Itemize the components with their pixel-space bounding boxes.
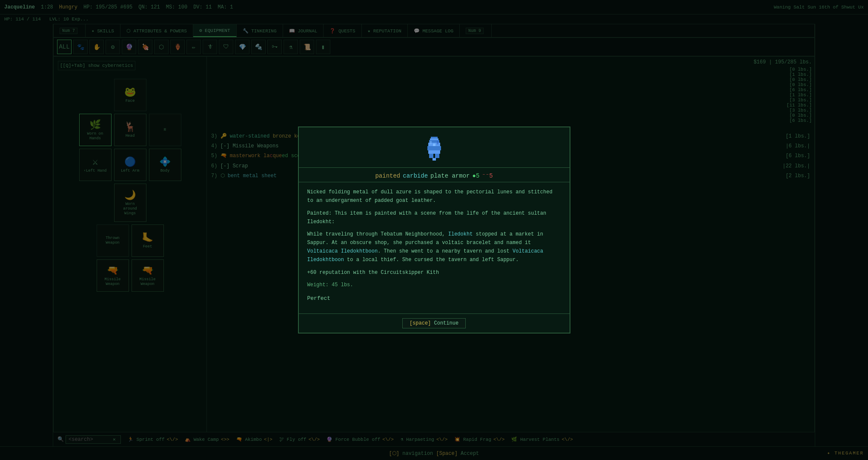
modal-title-plain: plate armor (430, 172, 470, 179)
modal-footer: [space] Continue (299, 313, 570, 333)
modal-painted-text: Painted: This item is painted with a sce… (307, 210, 561, 227)
modal-title-painted: painted (375, 172, 400, 179)
modal-story: While traveling through Tebatum Neighbor… (307, 230, 561, 264)
svg-rect-11 (433, 158, 436, 161)
modal-overlay: painted carbide plate armor ●5 ⁻⁻5 Nicke… (0, 0, 868, 460)
svg-rect-6 (429, 154, 433, 158)
modal-weight: Weight: 45 lbs. (307, 281, 561, 290)
modal-description: Nicked folding metal of dull azure is sh… (307, 188, 561, 205)
svg-rect-0 (431, 137, 438, 138)
svg-rect-9 (430, 141, 432, 144)
svg-rect-4 (427, 146, 441, 150)
modal-title-plus: ●5 (472, 172, 479, 179)
modal-sprite-area (299, 127, 570, 167)
modal-quality: Perfect (307, 294, 561, 303)
modal-body: Nicked folding metal of dull azure is sh… (299, 182, 570, 313)
modal-reputation: +60 reputation with the Circuitskipper K… (307, 269, 561, 277)
modal-continue-button[interactable]: [space] Continue (402, 318, 466, 328)
svg-rect-8 (433, 144, 435, 146)
modal-title-carbide: carbide (403, 172, 428, 179)
modal-title-row: painted carbide plate armor ●5 ⁻⁻5 (299, 168, 570, 182)
svg-rect-10 (437, 141, 438, 144)
svg-rect-1 (430, 138, 438, 140)
svg-rect-7 (435, 154, 439, 158)
modal-title-minus: ⁻⁻5 (482, 172, 493, 179)
svg-rect-5 (428, 150, 440, 154)
armor-sprite (422, 136, 446, 163)
item-detail-modal: painted carbide plate armor ●5 ⁻⁻5 Nicke… (298, 126, 570, 333)
